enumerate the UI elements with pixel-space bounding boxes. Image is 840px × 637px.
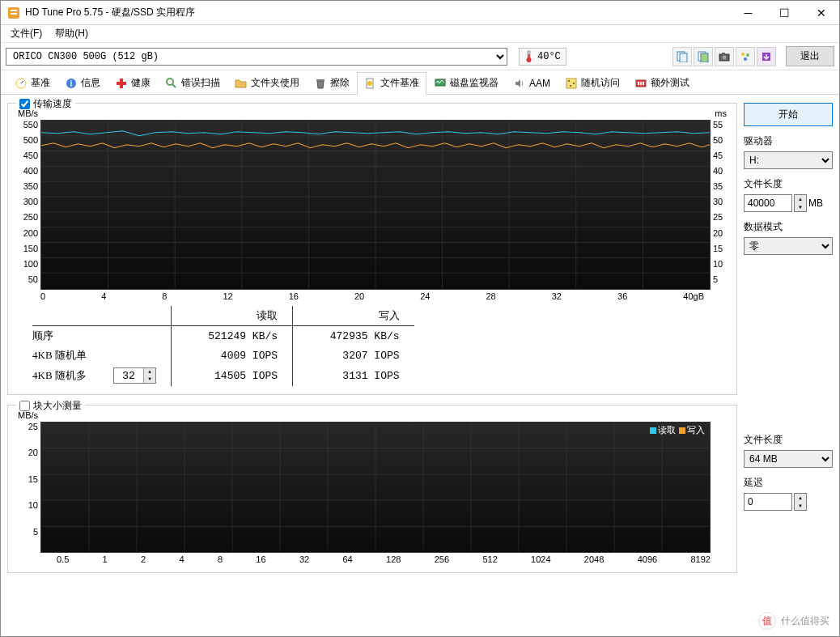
tab-monitor[interactable]: 磁盘监视器	[426, 72, 506, 94]
chart1-xaxis: 0481216202428323640gB	[40, 291, 704, 301]
close-button[interactable]: ✕	[803, 1, 839, 24]
maximize-button[interactable]: ☐	[766, 1, 803, 24]
svg-point-29	[573, 83, 575, 84]
svg-point-15	[744, 57, 747, 61]
info-icon: i	[65, 77, 78, 90]
section-transfer: 传输速度 MB/s ms 550500450400350300250200150…	[7, 103, 737, 395]
table-row: 4KB 随机多 ▲▼ 14505 IOPS3131 IOPS	[32, 365, 414, 386]
table-row: 4KB 随机单4009 IOPS3207 IOPS	[32, 346, 414, 365]
health-icon	[115, 77, 128, 90]
tab-errorscan[interactable]: 错误扫描	[158, 72, 227, 94]
svg-rect-1	[11, 10, 17, 11]
chart2-yaxis-left: 252015105	[16, 422, 40, 553]
titlebar: HD Tune Pro 5.75 - 硬盘/SSD 实用程序 ─ ☐ ✕	[1, 1, 839, 25]
exit-button[interactable]: 退出	[786, 46, 834, 66]
main-window: HD Tune Pro 5.75 - 硬盘/SSD 实用程序 ─ ☐ ✕ 文件(…	[0, 0, 840, 637]
queue-depth-stepper[interactable]: ▲▼	[113, 367, 156, 384]
window-title: HD Tune Pro 5.75 - 硬盘/SSD 实用程序	[25, 6, 730, 19]
svg-rect-32	[638, 82, 639, 85]
temperature-value: 40°C	[537, 51, 561, 62]
tab-info[interactable]: i信息	[57, 72, 108, 94]
watermark: 值 什么值得买	[758, 612, 829, 630]
svg-rect-7	[680, 53, 687, 62]
chart1-wrap: 55050045040035030025020015010050	[16, 120, 728, 290]
tab-aam[interactable]: AAM	[506, 73, 558, 94]
results-table: 读取写入 顺序521249 KB/s472935 KB/s 4KB 随机单400…	[32, 306, 712, 386]
screenshot-icon[interactable]	[715, 47, 734, 66]
copy-text-icon[interactable]	[672, 47, 692, 66]
spin-down-icon[interactable]: ▼	[795, 203, 806, 211]
copy-bitmap-icon[interactable]	[694, 47, 713, 66]
chart1-yaxis-left: 55050045040035030025020015010050	[16, 120, 40, 290]
svg-point-25	[367, 81, 372, 86]
chart1-yaxis-right: 555045403530252015105	[711, 120, 728, 290]
svg-rect-27	[566, 79, 576, 88]
table-row: 顺序521249 KB/s472935 KB/s	[32, 326, 414, 346]
svg-rect-5	[528, 54, 530, 60]
tabbar: 基准 i信息 健康 错误扫描 文件夹使用 擦除 文件基准 磁盘监视器 AAM 随…	[1, 70, 839, 95]
spin-down-icon[interactable]: ▼	[144, 376, 155, 383]
options-icon[interactable]	[736, 47, 755, 66]
tab-extra[interactable]: 额外测试	[627, 72, 697, 94]
thermometer-icon	[524, 50, 534, 63]
svg-point-22	[167, 79, 173, 85]
speaker-icon	[513, 77, 526, 90]
svg-point-11	[723, 55, 727, 59]
filelen2-label: 文件长度	[744, 433, 833, 447]
svg-rect-9	[701, 53, 708, 62]
scan-icon	[165, 77, 178, 90]
spin-down-icon[interactable]: ▼	[795, 502, 806, 510]
app-icon	[7, 6, 20, 19]
start-button[interactable]: 开始	[744, 103, 833, 126]
save-icon[interactable]	[757, 47, 776, 66]
queue-depth-input[interactable]	[114, 369, 143, 383]
delay-label: 延迟	[744, 476, 833, 490]
tab-health[interactable]: 健康	[108, 72, 158, 94]
svg-rect-34	[643, 82, 644, 85]
menu-file[interactable]: 文件(F)	[4, 25, 49, 42]
main-panel: 传输速度 MB/s ms 550500450400350300250200150…	[7, 103, 737, 628]
svg-rect-12	[722, 53, 725, 55]
chart2-xaxis: 0.512481632641282565121024204840968192	[57, 554, 711, 564]
content: 传输速度 MB/s ms 550500450400350300250200150…	[1, 95, 839, 636]
tab-filebench[interactable]: 文件基准	[357, 72, 426, 95]
section-blocksize: 块大小测量 MB/s 252015105 读取 写入	[7, 405, 737, 573]
temperature-indicator: 40°C	[519, 48, 566, 66]
svg-text:i: i	[70, 79, 73, 88]
filelen1-label: 文件长度	[744, 177, 833, 191]
filelen2-select[interactable]: 64 MB	[744, 450, 833, 468]
tab-erase[interactable]: 擦除	[307, 72, 357, 94]
filelen1-unit: MB	[808, 197, 823, 209]
delay-input[interactable]	[744, 493, 792, 511]
drive-select[interactable]: H:	[744, 151, 833, 169]
random-icon	[565, 77, 578, 90]
chart2-y-unit: MB/s	[18, 410, 38, 420]
spin-up-icon[interactable]: ▲	[144, 368, 155, 376]
svg-point-30	[570, 85, 571, 87]
menubar: 文件(F) 帮助(H)	[1, 25, 839, 43]
tab-random[interactable]: 随机访问	[558, 72, 627, 94]
minimize-button[interactable]: ─	[730, 1, 766, 24]
chart2-legend: 读取 写入	[650, 424, 705, 436]
monitor-icon	[434, 77, 447, 90]
filelen1-input[interactable]	[744, 194, 792, 212]
spin-up-icon[interactable]: ▲	[795, 494, 806, 502]
window-controls: ─ ☐ ✕	[730, 1, 839, 24]
device-select[interactable]: ORICO CN300 500G (512 gB)	[6, 48, 507, 66]
pattern-select[interactable]: 零	[744, 237, 833, 255]
svg-rect-23	[316, 79, 325, 81]
toolbar: ORICO CN300 500G (512 gB) 40°C 退出	[1, 43, 839, 70]
chart1-area	[40, 120, 711, 290]
tab-benchmark[interactable]: 基准	[7, 72, 57, 94]
svg-rect-33	[640, 82, 642, 85]
svg-point-13	[741, 53, 745, 56]
spin-up-icon[interactable]: ▲	[795, 195, 806, 203]
extra-icon	[634, 77, 647, 90]
menu-help[interactable]: 帮助(H)	[49, 25, 95, 42]
watermark-icon: 值	[758, 612, 776, 630]
drive-label: 驱动器	[744, 134, 833, 148]
y-right-unit: ms	[715, 108, 727, 118]
tab-folder[interactable]: 文件夹使用	[227, 72, 307, 94]
chart2-area: 读取 写入	[40, 422, 711, 553]
chart2-wrap: 252015105 读取 写入	[16, 422, 728, 553]
